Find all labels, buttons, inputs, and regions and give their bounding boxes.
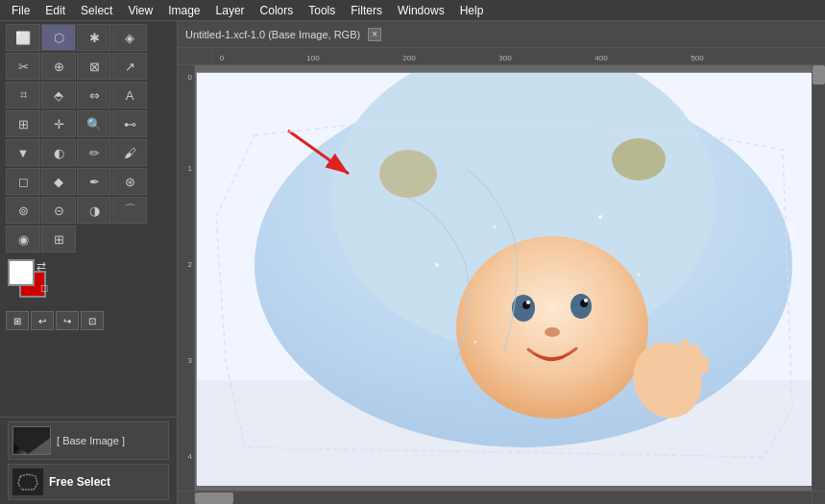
- ruler-left: 0 1 2 3 4: [178, 65, 195, 491]
- svg-marker-1: [18, 486, 22, 490]
- scissors-tool[interactable]: ✂: [6, 53, 40, 80]
- crop-tool[interactable]: ⊠: [77, 53, 111, 80]
- transform-tool[interactable]: ↗: [112, 53, 147, 80]
- tool-row-6: ◻ ◆ ✒ ⊛: [2, 167, 175, 196]
- canvas-title: Untitled-1.xcf-1.0 (Base Image, RGB): [185, 29, 360, 40]
- tool-row-5: ▼ ◐ ✏ 🖌: [2, 138, 175, 167]
- tool-row-7: ⊚ ⊝ ◑ ⌒: [2, 196, 175, 225]
- new-image-button[interactable]: ⊞: [6, 311, 29, 330]
- bottom-panel: [ Base Image ] Free Select: [0, 417, 177, 504]
- quick-tools-bar: ⊞ ↩ ↪ ⊡: [0, 309, 177, 332]
- svg-point-21: [435, 263, 439, 267]
- layer-thumb-image: [13, 427, 50, 454]
- foreground-color-swatch[interactable]: [8, 259, 35, 286]
- svg-rect-27: [197, 438, 274, 486]
- text-tool[interactable]: A: [112, 82, 147, 108]
- blend-tool[interactable]: ◐: [41, 139, 76, 166]
- heal-tool[interactable]: ⊛: [112, 168, 147, 195]
- fuzzy-select-tool[interactable]: ✱: [77, 24, 111, 51]
- baby-image-svg: [197, 73, 812, 486]
- svg-point-13: [526, 300, 530, 304]
- menu-layer[interactable]: Layer: [208, 2, 253, 19]
- svg-point-10: [570, 294, 592, 319]
- svg-point-20: [697, 355, 709, 374]
- undo-button[interactable]: ↩: [31, 311, 54, 330]
- free-select-icon: [16, 472, 39, 492]
- active-tool-label: Free Select: [49, 475, 110, 489]
- align-tool[interactable]: ⊞: [6, 110, 40, 137]
- paintbrush-tool[interactable]: 🖌: [112, 139, 147, 166]
- color-area: ⇄ ◻: [0, 255, 177, 309]
- tool-row-4: ⊞ ✛ 🔍 ⊷: [2, 109, 175, 138]
- canvas-area: Untitled-1.xcf-1.0 (Base Image, RGB) × 0…: [178, 21, 825, 504]
- layer-name-label: [ Base Image ]: [57, 435, 125, 446]
- layer-thumbnail: [12, 426, 51, 455]
- canvas-close-button[interactable]: ×: [368, 28, 381, 41]
- path-tool[interactable]: ⌒: [112, 197, 147, 224]
- measure-tool[interactable]: ⊷: [112, 110, 147, 137]
- color-picker-tool[interactable]: ◉: [6, 226, 40, 252]
- ruler-top: 0 100 200 300 400 500: [178, 48, 825, 65]
- svg-point-23: [598, 215, 602, 219]
- toolbox: ⬜ ⬡ ✱ ◈ ✂ ⊕ ⊠ ↗ ⌗ ⬘ ⇔ A ⊞ ✛: [0, 21, 178, 504]
- bottom-scroll-row: [178, 491, 825, 504]
- menu-bar: File Edit Select View Image Layer Colors…: [0, 0, 825, 21]
- eraser-tool[interactable]: ◻: [6, 168, 40, 195]
- svg-rect-26: [197, 73, 255, 169]
- foreground-select-tool[interactable]: ⊕: [41, 53, 76, 80]
- ink-tool[interactable]: ✒: [77, 168, 111, 195]
- main-layout: ⬜ ⬡ ✱ ◈ ✂ ⊕ ⊠ ↗ ⌗ ⬘ ⇔ A ⊞ ✛: [0, 21, 825, 504]
- clone-tool[interactable]: ⊚: [6, 197, 40, 224]
- layer-name-text: Base Image: [62, 435, 119, 446]
- perspective-tool[interactable]: ⬘: [41, 82, 76, 108]
- menu-file[interactable]: File: [4, 2, 37, 19]
- zoom-fit-button[interactable]: ⊡: [81, 311, 104, 330]
- menu-view[interactable]: View: [120, 2, 160, 19]
- svg-point-17: [665, 343, 680, 370]
- menu-help[interactable]: Help: [452, 2, 492, 19]
- menu-image[interactable]: Image: [160, 2, 207, 19]
- warp-tool[interactable]: ⌗: [6, 82, 40, 108]
- flip-tool[interactable]: ⇔: [77, 82, 111, 108]
- reset-colors-icon[interactable]: ◻: [40, 282, 48, 293]
- bucket-fill-tool[interactable]: ▼: [6, 139, 40, 166]
- free-select-tool[interactable]: ⬡: [41, 24, 76, 51]
- vertical-scrollbar[interactable]: [812, 65, 825, 491]
- svg-point-6: [379, 150, 437, 198]
- pencil-tool[interactable]: ✏: [77, 139, 111, 166]
- swap-colors-icon[interactable]: ⇄: [36, 259, 46, 273]
- svg-point-22: [494, 225, 497, 228]
- magnify-view-tool[interactable]: ⊞: [41, 226, 76, 252]
- canvas-content: [196, 72, 811, 485]
- smudge-tool[interactable]: ⊝: [41, 197, 76, 224]
- active-tool-status: Free Select: [8, 464, 169, 500]
- zoom-tool[interactable]: 🔍: [77, 110, 111, 137]
- svg-point-24: [638, 273, 641, 276]
- image-layer: [197, 73, 810, 484]
- menu-select[interactable]: Select: [73, 2, 120, 19]
- airbrush-tool[interactable]: ◆: [41, 168, 76, 195]
- tool-row-8: ◉ ⊞: [2, 225, 175, 253]
- select-by-color-tool[interactable]: ◈: [112, 24, 147, 51]
- tool-row-1: ⬜ ⬡ ✱ ◈: [2, 23, 175, 52]
- layer-indicator: [ Base Image ]: [8, 421, 169, 460]
- svg-point-14: [584, 299, 588, 302]
- menu-windows[interactable]: Windows: [390, 2, 452, 19]
- menu-tools[interactable]: Tools: [301, 2, 343, 19]
- menu-filters[interactable]: Filters: [343, 2, 390, 19]
- horizontal-scrollbar[interactable]: [195, 491, 812, 504]
- redo-button[interactable]: ↪: [56, 311, 79, 330]
- canvas-with-rulers: 0 100 200 300 400 500 0 1 2 3 4: [178, 48, 825, 504]
- menu-colors[interactable]: Colors: [253, 2, 302, 19]
- rect-select-tool[interactable]: ⬜: [6, 24, 40, 51]
- tool-icon-preview: [12, 468, 43, 495]
- menu-edit[interactable]: Edit: [37, 2, 73, 19]
- tool-grid-section: ⬜ ⬡ ✱ ◈ ✂ ⊕ ⊠ ↗ ⌗ ⬘ ⇔ A ⊞ ✛: [0, 21, 177, 255]
- move-tool[interactable]: ✛: [41, 110, 76, 137]
- svg-point-25: [474, 340, 477, 343]
- svg-point-15: [545, 327, 560, 337]
- canvas-viewport[interactable]: [195, 65, 812, 491]
- canvas-row: 0 1 2 3 4: [178, 65, 825, 491]
- svg-point-7: [612, 138, 666, 180]
- dodge-burn-tool[interactable]: ◑: [77, 197, 111, 224]
